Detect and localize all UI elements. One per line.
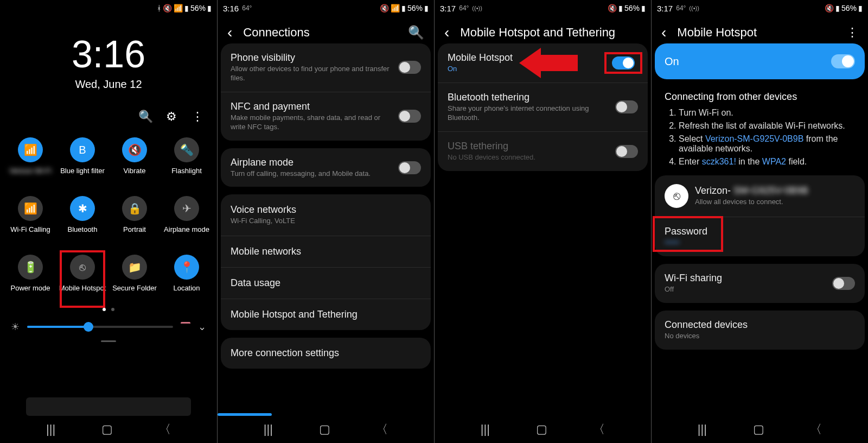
gear-icon[interactable]: ⚙ [165, 110, 178, 123]
item-title: Phone visibility [231, 52, 392, 64]
back-icon[interactable]: ‹ [444, 24, 449, 41]
list-item[interactable]: Mobile Hotspot and Tethering [221, 299, 431, 330]
back-icon[interactable]: ‹ [661, 24, 666, 41]
quick-tile[interactable]: 📁Secure Folder [108, 255, 161, 301]
connected-devices-label: Connected devices [665, 319, 855, 331]
master-toggle-row[interactable]: On [655, 43, 865, 79]
tile-icon: ✈ [174, 196, 199, 221]
hotspot-status-icon: ((•)) [689, 5, 699, 11]
item-title: Voice networks [231, 204, 421, 216]
tile-label: Flashlight [171, 167, 202, 184]
status-temp: 64° [242, 4, 252, 12]
tile-label: Wi-Fi Calling [10, 225, 50, 243]
item-title: Mobile Hotspot and Tethering [231, 309, 421, 320]
nav-back-icon[interactable]: 〈 [810, 421, 822, 438]
pager [0, 308, 217, 311]
connected-devices-sub: No devices [665, 332, 855, 341]
drag-handle[interactable] [101, 340, 116, 342]
quick-tile[interactable]: BBlue light filter [56, 137, 108, 184]
tile-label: Power mode [11, 284, 50, 301]
app-preview [26, 397, 191, 416]
quick-tile[interactable]: 🔋Power mode [4, 255, 56, 301]
hotspot-status-icon: ((•)) [472, 5, 482, 11]
nav-recents-icon[interactable]: ||| [481, 422, 490, 436]
search-icon[interactable]: 🔍 [139, 110, 152, 123]
tile-icon: 📁 [122, 255, 147, 280]
brightness-slider[interactable] [27, 326, 173, 328]
page-title: Connections [243, 26, 309, 40]
quick-tile[interactable]: 📶Verizon Wi-Fi [4, 137, 56, 184]
quick-tile[interactable]: 🔒Portrait [108, 196, 161, 243]
toggle[interactable] [398, 161, 421, 174]
item-subtitle: Make mobile payments, share data, and re… [231, 113, 392, 132]
master-toggle[interactable] [831, 54, 855, 68]
tile-label: Portrait [123, 225, 146, 243]
search-icon[interactable]: 🔍 [408, 25, 424, 40]
quick-tile[interactable]: ⎋Mobile Hotspot [56, 255, 108, 301]
list-item[interactable]: Voice networksWi-Fi Calling, VoLTE [221, 194, 431, 236]
password-link[interactable]: sczk361! [702, 157, 736, 166]
list-item[interactable]: Mobile networks [221, 236, 431, 267]
back-icon[interactable]: ‹ [227, 24, 232, 41]
list-item[interactable]: Mobile HotspotOn [438, 43, 648, 83]
pager-dot[interactable] [111, 308, 114, 311]
nav-back-icon[interactable]: 〈 [593, 421, 605, 438]
mute-icon: 🔇 [608, 4, 617, 12]
mute-icon: 🔇 [380, 4, 389, 12]
list-item[interactable]: Data usage [221, 267, 431, 299]
auto-brightness[interactable] [181, 322, 190, 332]
nav-back-icon[interactable]: 〈 [159, 421, 171, 438]
nav-recents-icon[interactable]: ||| [264, 422, 273, 436]
chevron-down-icon[interactable]: ⌄ [198, 321, 206, 333]
quick-tile[interactable]: 🔦Flashlight [161, 137, 213, 184]
wifi-sharing-label: Wi-Fi sharing [665, 273, 826, 284]
list-item[interactable]: Bluetooth tetheringShare your phone's in… [438, 83, 648, 131]
toggle[interactable] [615, 100, 638, 113]
list-item[interactable]: Airplane modeTurn off calling, messaging… [221, 148, 431, 187]
phone-tethering: 3:17 64° ((•)) 🔇 ▮ 56% ▮ ‹ Mobile Hotspo… [434, 0, 651, 443]
status-bar: 3:17 64° ((•)) 🔇 ▮ 56% ▮ [652, 0, 868, 16]
wifi-icon: 📶 [174, 4, 183, 12]
instructions-list: Turn Wi-Fi on. Refresh the list of avail… [655, 108, 865, 167]
bluetooth-icon: ᚼ [157, 4, 161, 12]
battery-pct: 56% [841, 4, 857, 12]
tile-icon: 🔦 [174, 137, 199, 162]
hotspot-name-item[interactable]: ⎋ Verizon- SM-G925V-0B9B Allow all devic… [655, 175, 865, 217]
wifi-sharing-item[interactable]: Wi-Fi sharing Off [655, 264, 865, 303]
quick-tile[interactable]: ✈Airplane mode [161, 196, 213, 243]
hotspot-sub: Allow all devices to connect. [695, 198, 855, 207]
nav-home-icon[interactable]: ▢ [753, 422, 764, 436]
connected-devices-item[interactable]: Connected devices No devices [655, 311, 865, 350]
quick-tile[interactable]: 📍Location [161, 255, 213, 301]
signal-icon: ▮ [618, 4, 623, 12]
quick-tile[interactable]: 🔇Vibrate [108, 137, 161, 184]
password-item[interactable]: Password •••••• [655, 217, 865, 256]
more-icon[interactable]: ⋮ [191, 110, 204, 123]
nav-home-icon[interactable]: ▢ [319, 422, 330, 436]
wifi-icon: 📶 [391, 4, 400, 12]
quick-tile[interactable]: 📶Wi-Fi Calling [4, 196, 56, 243]
nav-back-icon[interactable]: 〈 [376, 421, 388, 438]
navbar: ||| ▢ 〈 [652, 416, 868, 443]
page-title: Mobile Hotspot [677, 26, 757, 40]
quick-tile[interactable]: ✱Bluetooth [56, 196, 108, 243]
network-link[interactable]: Verizon-SM-G925V-0B9B [705, 134, 803, 143]
wpa2-link[interactable]: WPA2 [762, 157, 786, 166]
item-subtitle: Turn off calling, messaging, and Mobile … [231, 169, 392, 179]
nav-recents-icon[interactable]: ||| [698, 422, 707, 436]
list-item[interactable]: Phone visibilityAllow other devices to f… [221, 43, 431, 92]
toggle[interactable] [398, 61, 421, 74]
more-icon[interactable]: ⋮ [846, 26, 858, 40]
status-bar: ᚼ 🔇 📶 ▮ 56% ▮ [0, 0, 217, 16]
list-item[interactable]: More connection settings [221, 338, 431, 369]
wifi-sharing-toggle[interactable] [832, 277, 855, 290]
nav-recents-icon[interactable]: ||| [46, 422, 55, 436]
toggle[interactable] [398, 110, 421, 123]
item-subtitle: No USB devices connected. [448, 153, 609, 162]
list-item[interactable]: NFC and paymentMake mobile payments, sha… [221, 92, 431, 141]
tile-icon: 🔇 [122, 137, 147, 162]
nav-home-icon[interactable]: ▢ [101, 422, 113, 436]
pager-dot[interactable] [103, 308, 106, 311]
nav-home-icon[interactable]: ▢ [536, 422, 547, 436]
item-subtitle: Wi-Fi Calling, VoLTE [231, 217, 421, 226]
